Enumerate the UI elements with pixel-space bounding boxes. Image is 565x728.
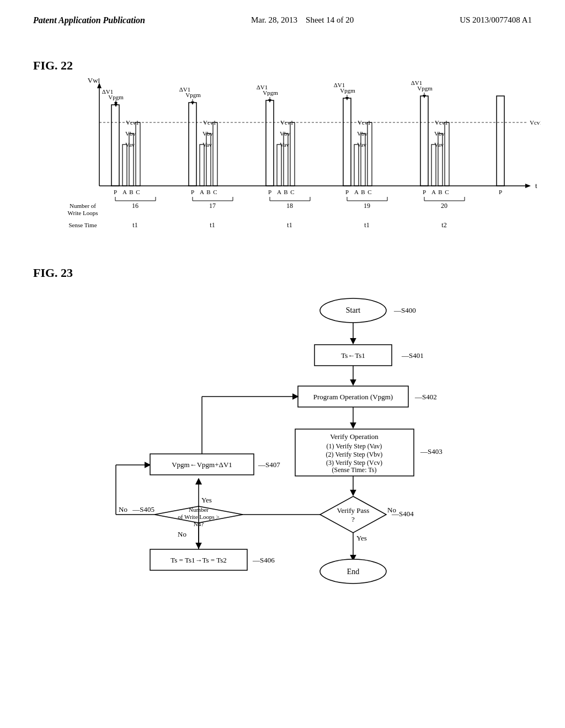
svg-text:Sense Time: Sense Time: [68, 222, 97, 228]
svg-rect-47: [420, 96, 428, 186]
svg-rect-33: [277, 144, 281, 186]
svg-text:ΔV1: ΔV1: [411, 79, 423, 86]
fig23-svg: Start —S400 Ts←Ts1 —S401 Program Operati…: [44, 291, 519, 655]
svg-text:A: A: [122, 189, 127, 195]
svg-text:B: B: [206, 189, 210, 195]
svg-rect-44: [367, 122, 372, 186]
header-center: Mar. 28, 2013 Sheet 14 of 20: [251, 15, 354, 25]
svg-text:B: B: [129, 189, 133, 195]
svg-text:B: B: [361, 189, 365, 195]
svg-rect-53: [445, 122, 449, 186]
svg-text:Vpgm←Vpgm+ΔV1: Vpgm←Vpgm+ΔV1: [172, 461, 232, 469]
svg-text:C: C: [213, 189, 217, 195]
svg-text:17: 17: [209, 202, 216, 210]
fig23-label: FIG. 23: [33, 266, 532, 280]
svg-text:P: P: [499, 189, 502, 195]
svg-text:A: A: [431, 189, 436, 195]
svg-text:t1: t1: [210, 221, 215, 229]
svg-text:End: End: [347, 568, 360, 576]
svg-text:ΔV1: ΔV1: [334, 82, 345, 88]
svg-text:(1) Verify Step (Vav): (1) Verify Step (Vav): [327, 442, 382, 450]
fig22-container: Vwl t Vcv1 Vpgm ΔV1: [66, 78, 541, 249]
fig22-label: FIG. 22: [33, 58, 532, 73]
svg-text:Number of: Number of: [70, 202, 96, 209]
svg-rect-11: [111, 105, 119, 186]
svg-marker-129: [320, 496, 386, 533]
svg-text:C: C: [445, 189, 449, 195]
svg-text:20: 20: [441, 202, 447, 210]
svg-text:ΔV1: ΔV1: [179, 86, 191, 93]
svg-text:Ts←Ts1: Ts←Ts1: [341, 351, 365, 360]
fig23-container: Start —S400 Ts←Ts1 —S401 Program Operati…: [44, 291, 519, 655]
svg-text:A: A: [354, 189, 359, 195]
svg-text:Verify Operation: Verify Operation: [330, 432, 379, 441]
svg-text:—S406: —S406: [252, 556, 275, 564]
svg-rect-42: [354, 144, 359, 186]
svg-text:A: A: [200, 189, 204, 195]
svg-marker-4: [525, 184, 531, 188]
svg-text:t1: t1: [132, 221, 137, 229]
svg-text:—S401: —S401: [401, 351, 424, 360]
svg-rect-54: [497, 96, 504, 186]
svg-rect-51: [431, 144, 436, 186]
svg-text:—S400: —S400: [393, 306, 416, 314]
svg-text:P: P: [345, 189, 349, 195]
header-left: Patent Application Publication: [33, 15, 145, 25]
svg-text:Ts = Ts1→Ts = Ts2: Ts = Ts1→Ts = Ts2: [170, 556, 227, 564]
svg-text:Yes: Yes: [356, 534, 367, 542]
svg-rect-24: [200, 144, 204, 186]
svg-text:P: P: [268, 189, 271, 195]
svg-rect-20: [189, 103, 196, 186]
svg-text:B: B: [438, 189, 442, 195]
svg-text:t: t: [535, 181, 537, 190]
svg-text:—S402: —S402: [414, 393, 437, 401]
page: Patent Application Publication Mar. 28, …: [0, 0, 565, 728]
svg-rect-15: [122, 144, 127, 186]
svg-text:—S403: —S403: [420, 447, 443, 456]
svg-text:—S405: —S405: [132, 505, 154, 513]
svg-rect-35: [290, 122, 295, 186]
svg-text:No: No: [178, 530, 186, 538]
svg-text:C: C: [367, 189, 371, 195]
svg-text:16: 16: [132, 202, 138, 210]
svg-text:C: C: [136, 189, 140, 195]
svg-text:No: No: [119, 505, 127, 513]
fig22-svg: Vwl t Vcv1 Vpgm ΔV1: [66, 78, 541, 249]
svg-text:Vcv1: Vcv1: [530, 119, 541, 126]
svg-text:Program Operation (Vpgm): Program Operation (Vpgm): [313, 393, 393, 401]
svg-text:19: 19: [364, 202, 370, 210]
svg-text:No: No: [387, 506, 396, 514]
svg-text:ΔV1: ΔV1: [257, 84, 268, 90]
svg-text:(2) Verify Step (Vbv): (2) Verify Step (Vbv): [326, 451, 383, 458]
svg-text:A: A: [277, 189, 281, 195]
svg-text:—S407: —S407: [258, 461, 280, 469]
svg-text:P: P: [423, 189, 426, 195]
figures-area: FIG. 22 Vwl t Vcv1: [0, 25, 565, 655]
header-right: US 2013/0077408 A1: [460, 15, 532, 25]
svg-rect-29: [266, 100, 274, 186]
svg-text:t2: t2: [441, 221, 446, 229]
svg-text:Vwl: Vwl: [88, 78, 100, 84]
svg-text:P: P: [191, 189, 194, 195]
svg-text:ΔV1: ΔV1: [102, 88, 114, 95]
svg-text:(Sense Time: Ts): (Sense Time: Ts): [332, 466, 377, 474]
svg-text:B: B: [284, 189, 287, 195]
header: Patent Application Publication Mar. 28, …: [0, 0, 565, 25]
svg-text:Yes: Yes: [201, 496, 212, 504]
svg-text:Write Loops: Write Loops: [68, 210, 98, 216]
svg-text:P: P: [114, 189, 117, 195]
svg-text:Verify Pass: Verify Pass: [337, 506, 370, 515]
svg-rect-38: [343, 98, 351, 186]
svg-text:18: 18: [286, 202, 293, 210]
svg-rect-17: [136, 122, 140, 186]
svg-text:Start: Start: [346, 306, 361, 314]
svg-text:t1: t1: [364, 221, 369, 229]
svg-text:C: C: [290, 189, 294, 195]
svg-rect-26: [213, 122, 217, 186]
svg-text:t1: t1: [287, 221, 292, 229]
svg-text:?: ?: [351, 515, 355, 523]
svg-text:(3) Verify Step (Vcv): (3) Verify Step (Vcv): [326, 459, 382, 467]
